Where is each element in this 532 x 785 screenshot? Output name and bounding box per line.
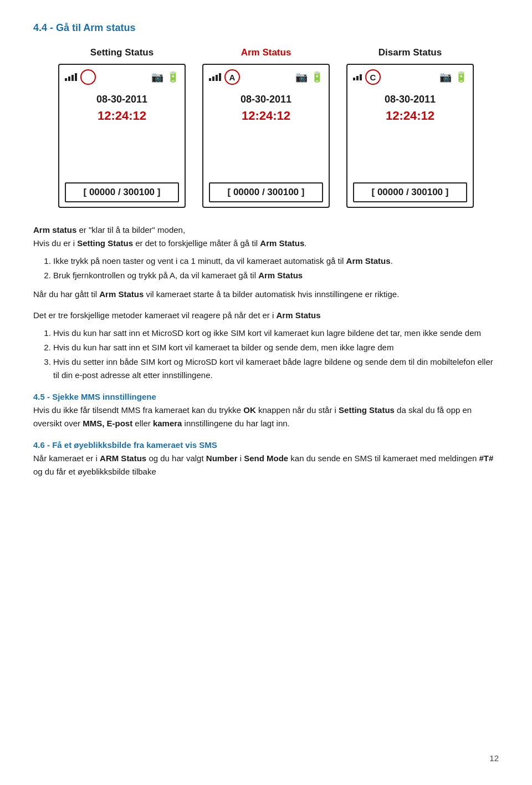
reaction-item-1: Hvis du kun har satt inn et MicroSD kort… — [53, 327, 499, 340]
methods-section: Det er tre forskjellige metoder kameraet… — [33, 309, 499, 382]
disarm-status-screen: C 📷 🔋 08-30-2011 12:24:12 [ 00000 / 3001… — [346, 64, 474, 208]
setting-status-container: Setting Status 📷 🔋 08-30-2011 — [58, 47, 186, 208]
setting-topbar: 📷 🔋 — [65, 69, 179, 85]
arm-left-icons: A — [209, 69, 240, 85]
arm-topbar: A 📷 🔋 — [209, 69, 323, 85]
arm-status-para: Når du har gått til Arm Status vil kamer… — [33, 288, 499, 301]
arm-status-container: Arm Status A 📷 🔋 08-30-2011 — [202, 47, 330, 208]
method-item-1: Ikke trykk på noen taster og vent i ca 1… — [53, 254, 499, 268]
setting-status-title: Setting Status — [90, 47, 154, 58]
setting-code: [ 00000 / 300100 ] — [65, 182, 179, 202]
three-methods-intro: Det er tre forskjellige metoder kameraet… — [33, 309, 499, 322]
setting-right-icons: 📷 🔋 — [151, 71, 179, 83]
method-item-2: Bruk fjernkontrollen og trykk på A, da v… — [53, 269, 499, 282]
arm-date: 08-30-2011 — [209, 94, 323, 105]
arm-status-screen: A 📷 🔋 08-30-2011 12:24:12 [ 00000 / 3001… — [202, 64, 330, 208]
battery-icon: 🔋 — [167, 71, 179, 83]
section45-text: Hvis du ikke får tilsendt MMS fra kamera… — [33, 404, 499, 430]
arm-time: 12:24:12 — [209, 109, 323, 123]
setting-date: 08-30-2011 — [65, 94, 179, 105]
disarm-right-icons: 📷 🔋 — [439, 71, 467, 83]
section-heading: 4.4 - Gå til Arm status — [33, 22, 499, 34]
reaction-item-2: Hvis du kun har satt inn et SIM kort vil… — [53, 341, 499, 354]
arm-signal-icon — [209, 73, 221, 81]
arm-battery-icon: 🔋 — [311, 71, 323, 83]
intro-section: Arm status er "klar til å ta bilder" mod… — [33, 223, 499, 301]
setting-badge — [80, 69, 96, 85]
section45: 4.5 - Sjekke MMS innstillingene Hvis du … — [33, 392, 499, 430]
disarm-time: 12:24:12 — [353, 109, 467, 123]
reaction-item-3: Hvis du setter inn både SIM kort og Micr… — [53, 355, 499, 382]
arm-status-title: Arm Status — [241, 47, 291, 58]
disarm-status-container: Disarm Status C 📷 🔋 08-30-2011 12:24:12 — [346, 47, 474, 208]
disarm-status-title: Disarm Status — [378, 47, 442, 58]
setting-status-screen: 📷 🔋 08-30-2011 12:24:12 [ 00000 / 300100… — [58, 64, 186, 208]
section45-heading: 4.5 - Sjekke MMS innstillingene — [33, 392, 499, 401]
method-list: Ikke trykk på noen taster og vent i ca 1… — [53, 254, 499, 282]
arm-badge: A — [224, 69, 240, 85]
disarm-topbar: C 📷 🔋 — [353, 69, 467, 85]
disarm-signal-icon — [353, 74, 362, 80]
disarm-badge: C — [365, 69, 381, 85]
screens-row: Setting Status 📷 🔋 08-30-2011 — [33, 47, 499, 208]
disarm-camera-icon: 📷 — [439, 71, 452, 83]
disarm-date: 08-30-2011 — [353, 94, 467, 105]
disarm-battery-icon: 🔋 — [455, 71, 467, 83]
setting-left-icons — [65, 69, 96, 85]
section46: 4.6 - Få et øyeblikksbilde fra kameraet … — [33, 440, 499, 478]
section46-text: Når kameraet er i ARM Status og du har v… — [33, 452, 499, 478]
section46-heading: 4.6 - Få et øyeblikksbilde fra kameraet … — [33, 440, 499, 450]
disarm-left-icons: C — [353, 69, 381, 85]
reaction-list: Hvis du kun har satt inn et MicroSD kort… — [53, 327, 499, 382]
arm-camera-icon: 📷 — [295, 71, 308, 83]
arm-right-icons: 📷 🔋 — [295, 71, 323, 83]
signal-icon — [65, 73, 77, 81]
arm-code: [ 00000 / 300100 ] — [209, 182, 323, 202]
camera-icon: 📷 — [151, 71, 163, 83]
setting-time: 12:24:12 — [65, 109, 179, 123]
page-number: 12 — [489, 753, 499, 763]
disarm-code: [ 00000 / 300100 ] — [353, 182, 467, 202]
intro-para: Arm status er "klar til å ta bilder" mod… — [33, 223, 499, 250]
